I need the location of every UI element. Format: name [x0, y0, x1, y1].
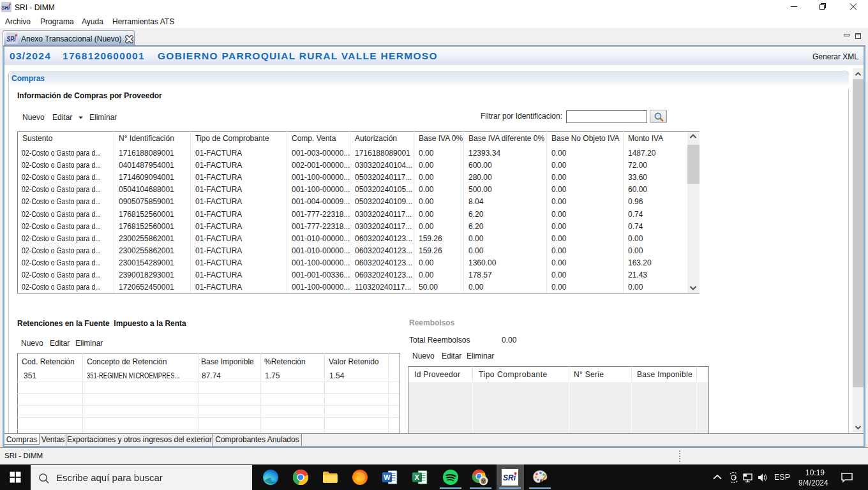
svg-text:SRi: SRi [503, 473, 516, 482]
svg-text:X: X [415, 473, 420, 481]
svg-text:SRi: SRi [6, 34, 16, 42]
svg-text:W: W [384, 473, 391, 481]
svg-text:SRi: SRi [2, 4, 10, 11]
